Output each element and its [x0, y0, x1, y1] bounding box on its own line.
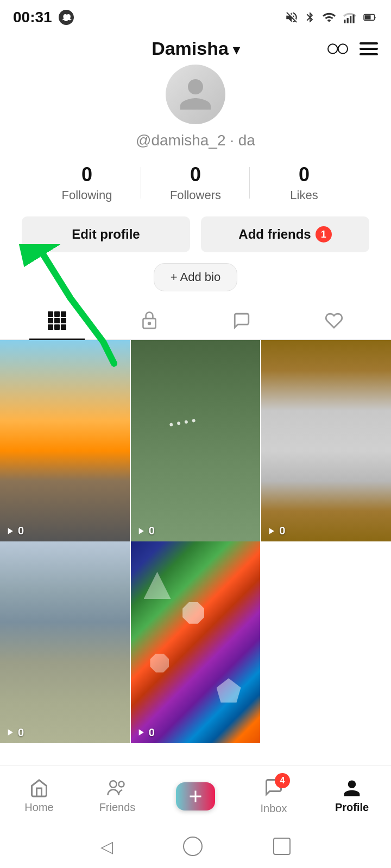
add-friends-badge: 1	[316, 226, 332, 242]
status-time: 00:31	[13, 9, 52, 26]
edit-profile-button[interactable]: Edit profile	[22, 216, 190, 252]
svg-point-21	[148, 322, 150, 324]
mute-icon	[285, 10, 299, 24]
bottom-nav: Home Friends 4 Inbox Profile	[0, 765, 391, 825]
svg-rect-12	[54, 311, 60, 317]
video-thumb-1[interactable]: 0	[0, 340, 130, 541]
following-count: 0	[33, 163, 141, 186]
header-username[interactable]: Damisha ▾	[152, 38, 239, 59]
svg-point-7	[338, 44, 348, 53]
video-thumb-5[interactable]: 0	[131, 541, 261, 743]
svg-rect-3	[352, 15, 354, 23]
nav-profile-label: Profile	[335, 801, 369, 814]
followers-label: Followers	[141, 188, 250, 202]
video-grid-row2: 0 0	[0, 541, 391, 743]
play-count-1: 0	[4, 525, 24, 537]
following-label: Following	[33, 188, 141, 202]
status-icons	[285, 10, 378, 24]
back-gesture-icon[interactable]: ◁	[100, 837, 113, 856]
svg-rect-5	[365, 15, 371, 20]
content-tabs	[0, 302, 391, 340]
add-bio-button[interactable]: + Add bio	[154, 263, 237, 291]
play-count-5: 0	[135, 726, 155, 739]
svg-rect-16	[61, 318, 66, 323]
snapchat-icon	[59, 10, 74, 25]
username-text: Damisha	[152, 38, 229, 59]
nav-friends[interactable]: Friends	[78, 778, 156, 814]
likes-label: Likes	[250, 188, 358, 202]
content-area: @damisha_2 · da 0 Following 0 Followers …	[0, 65, 391, 852]
nav-inbox[interactable]: 4 Inbox	[235, 777, 313, 815]
menu-icon[interactable]	[360, 42, 378, 56]
add-friends-button[interactable]: Add friends 1	[201, 216, 369, 252]
play-count-2: 0	[135, 525, 155, 537]
svg-rect-17	[48, 324, 53, 330]
nav-friends-label: Friends	[99, 801, 136, 814]
gesture-bottom-bar: ◁	[0, 825, 391, 868]
svg-rect-10	[360, 53, 378, 55]
add-bio-area: + Add bio	[0, 263, 391, 302]
svg-rect-19	[61, 324, 66, 330]
tab-tagged[interactable]	[195, 302, 288, 339]
svg-point-6	[328, 44, 337, 53]
lens-icon[interactable]	[327, 40, 349, 58]
battery-icon	[363, 10, 378, 24]
tab-liked[interactable]	[288, 302, 380, 339]
svg-point-26	[110, 781, 117, 788]
likes-count: 0	[250, 163, 358, 186]
play-count-3: 0	[266, 525, 285, 537]
profile-handle: @damisha_2 · da	[0, 132, 391, 149]
wifi-icon	[321, 10, 337, 24]
tab-private[interactable]	[103, 302, 195, 339]
create-button[interactable]	[176, 782, 215, 810]
video-slot-empty	[261, 541, 391, 743]
header: Damisha ▾	[0, 33, 391, 65]
home-icon	[29, 778, 49, 798]
svg-rect-8	[360, 42, 378, 44]
svg-rect-2	[350, 16, 351, 23]
video-grid: 0 0 0	[0, 340, 391, 541]
svg-rect-9	[360, 48, 378, 50]
signal-icon	[342, 10, 357, 24]
status-bar: 00:31	[0, 0, 391, 33]
svg-rect-18	[54, 324, 60, 330]
friends-icon	[106, 778, 128, 798]
inbox-wrapper: 4	[264, 777, 283, 799]
nav-create[interactable]	[156, 782, 235, 810]
stat-following[interactable]: 0 Following	[33, 163, 141, 202]
svg-rect-15	[54, 318, 60, 323]
video-thumb-3[interactable]: 0	[261, 340, 391, 541]
nav-profile[interactable]: Profile	[313, 778, 391, 814]
play-count-4: 0	[4, 726, 24, 739]
followers-count: 0	[141, 163, 250, 186]
inbox-badge: 4	[275, 773, 290, 788]
header-actions	[327, 40, 378, 58]
video-thumb-4[interactable]: 0	[0, 541, 130, 743]
nav-home-label: Home	[24, 801, 53, 814]
home-gesture-icon[interactable]	[183, 837, 203, 856]
stats-row: 0 Following 0 Followers 0 Likes	[0, 155, 391, 211]
svg-rect-13	[61, 311, 66, 317]
add-friends-label: Add friends	[238, 227, 311, 242]
avatar	[166, 65, 225, 124]
svg-point-27	[119, 782, 124, 787]
svg-rect-14	[48, 318, 53, 323]
svg-rect-1	[347, 18, 349, 23]
tab-videos-grid[interactable]	[11, 302, 103, 339]
stat-followers[interactable]: 0 Followers	[141, 163, 250, 202]
bluetooth-icon	[304, 10, 316, 24]
profile-icon	[342, 778, 362, 798]
video-thumb-2[interactable]: 0	[131, 340, 261, 541]
nav-home[interactable]: Home	[0, 778, 78, 814]
dropdown-chevron-icon[interactable]: ▾	[233, 42, 239, 58]
nav-inbox-label: Inbox	[261, 802, 287, 815]
action-buttons: Edit profile Add friends 1	[0, 216, 391, 263]
stat-likes[interactable]: 0 Likes	[250, 163, 358, 202]
recent-gesture-icon[interactable]	[273, 838, 291, 855]
svg-rect-11	[48, 311, 53, 317]
svg-rect-0	[344, 20, 345, 23]
